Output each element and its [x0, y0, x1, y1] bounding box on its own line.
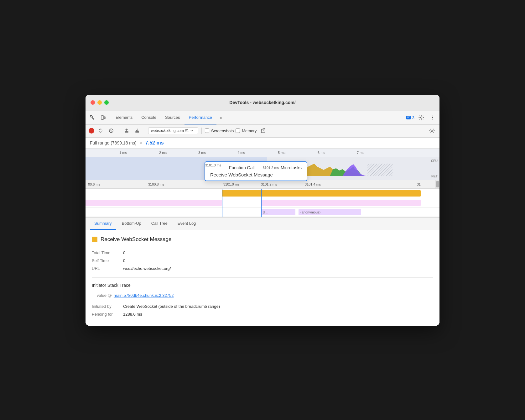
tooltip-microtasks: Microtasks [281, 165, 302, 170]
svg-point-14 [431, 130, 433, 132]
close-button[interactable] [91, 100, 95, 105]
toolbar-separator-3 [201, 128, 202, 134]
tab-console[interactable]: Console [137, 111, 161, 124]
blue-cursor-right [261, 189, 262, 217]
summary-content: Receive WebSocket Message Total Time 0 S… [86, 230, 439, 326]
summary-grid-2: Initiated by Create WebSocket (outside o… [92, 302, 433, 318]
more-tabs-button[interactable]: » [216, 113, 225, 122]
settings-icon[interactable] [417, 113, 426, 122]
total-time-label: Total Time [92, 249, 123, 257]
tooltip-line1: 3101.0 ms Function Call 3101.2 ms Microt… [210, 165, 302, 170]
flame-block-pink-right[interactable] [261, 200, 421, 206]
devtools-header: Elements Console Sources Performance » [86, 111, 439, 138]
screenshots-checkbox[interactable] [205, 129, 209, 133]
svg-point-9 [432, 116, 433, 116]
event-color-icon [92, 237, 97, 242]
tooltip-popup: 3101.0 ms Function Call 3101.2 ms Microt… [205, 161, 307, 181]
url-value: wss://echo.websocket.org/ [123, 265, 433, 272]
tab-call-tree[interactable]: Call Tree [147, 217, 172, 230]
ms-label-2: 3100.8 ms [148, 182, 164, 186]
flame-row-1 [86, 189, 439, 198]
section-title: Initiator Stack Trace [92, 283, 433, 288]
ruler-tick-1ms: 1 ms [119, 151, 127, 155]
record-button[interactable] [89, 128, 94, 134]
clear-button[interactable] [107, 126, 116, 135]
brush-icon[interactable] [258, 126, 267, 135]
pending-value: 1288.0 ms [123, 310, 433, 318]
toolbar-separator-1 [119, 128, 119, 134]
tab-elements[interactable]: Elements [111, 111, 137, 124]
download-button[interactable] [133, 126, 142, 135]
pending-label: Pending for [92, 310, 123, 318]
ms-label-3: 3101.0 ms [223, 182, 239, 186]
selected-time: 7.52 ms [145, 140, 164, 146]
bottom-panel: Summary Bottom-Up Call Tree Event Log Re… [86, 217, 439, 326]
tab-event-log[interactable]: Event Log [173, 217, 200, 230]
svg-rect-1 [90, 115, 91, 117]
svg-line-13 [110, 130, 112, 132]
inspect-element-icon[interactable] [88, 113, 97, 122]
tab-sources[interactable]: Sources [161, 111, 185, 124]
total-time-value: 0 [123, 249, 433, 257]
issues-badge[interactable]: 3 [406, 115, 414, 120]
toolbar-row: websocketking.com #1 Screenshots Memory [86, 125, 439, 137]
svg-rect-16 [367, 164, 392, 176]
blue-cursor-left [222, 189, 222, 217]
ruler-tick-7ms: 7 ms [357, 151, 364, 155]
ms-label-4: 3101.2 ms [261, 182, 277, 186]
url-label: URL [92, 265, 123, 272]
svg-point-11 [432, 119, 433, 119]
summary-grid: Total Time 0 Self Time 0 URL wss://echo.… [92, 249, 433, 272]
performance-content: Full range (7899.18 ms) > 7.52 ms 1 ms 2… [86, 138, 439, 326]
tab-bottom-up[interactable]: Bottom-Up [117, 217, 146, 230]
self-time-label: Self Time [92, 257, 123, 265]
flame-block-pink-left[interactable] [86, 200, 222, 206]
scrollbar-thumb [436, 181, 439, 187]
svg-point-2 [91, 116, 93, 118]
ruler-tick-6ms: 6 ms [318, 151, 325, 155]
timeline-wrapper: 1 ms 2 ms 3 ms 4 ms 5 ms 6 ms 7 ms [86, 149, 439, 217]
header-icons [88, 113, 107, 122]
stack-link[interactable]: main.5780db4e.chunk.js:2:32752 [114, 291, 174, 299]
ruler-tick-4ms: 4 ms [237, 151, 245, 155]
traffic-lights [91, 100, 109, 105]
flame-block-anonymous[interactable]: (anonymous) [299, 209, 361, 215]
ms-label-5: 3101.4 ms [305, 182, 321, 186]
ms-label-6: 31 [417, 182, 421, 186]
flame-row-2 [86, 198, 439, 207]
net-label: NET [431, 175, 438, 178]
initiated-value: Create WebSocket (outside of the breadcr… [123, 302, 433, 310]
reload-record-button[interactable] [96, 126, 105, 135]
memory-checkbox[interactable] [236, 129, 240, 133]
toolbar-separator-2 [145, 128, 145, 134]
stack-item-1: value @ main.5780db4e.chunk.js:2:32752 [92, 291, 433, 299]
ms-label-1: 00.6 ms [88, 182, 100, 186]
initiated-label: Initiated by [92, 302, 123, 310]
maximize-button[interactable] [104, 100, 109, 105]
upload-button[interactable] [122, 126, 131, 135]
timeline-ruler: 1 ms 2 ms 3 ms 4 ms 5 ms 6 ms 7 ms [86, 149, 439, 157]
svg-rect-3 [101, 116, 104, 119]
minimize-button[interactable] [97, 100, 102, 105]
flame-row-3: d... (anonymous) [86, 207, 439, 217]
flame-block-yellow[interactable] [222, 190, 421, 197]
devtools-window: DevTools - websocketking.com/ [86, 95, 439, 326]
memory-checkbox-label[interactable]: Memory [236, 129, 257, 133]
tab-summary[interactable]: Summary [90, 217, 116, 230]
screenshots-checkbox-label[interactable]: Screenshots [205, 129, 234, 133]
tab-performance[interactable]: Performance [185, 111, 216, 124]
track-ms-row: 00.6 ms 3100.8 ms 3101.0 ms Function Cal… [86, 180, 439, 189]
url-selector[interactable]: websocketking.com #1 [148, 127, 198, 134]
scrollbar-handle[interactable] [435, 180, 439, 188]
svg-rect-7 [407, 118, 409, 118]
svg-point-10 [432, 117, 433, 118]
menu-icon[interactable] [428, 113, 437, 122]
flame-block-d[interactable]: d... [261, 209, 295, 215]
tooltip-ms-middle: 3101.2 ms [263, 166, 279, 170]
device-mode-icon[interactable] [99, 113, 107, 122]
window-title: DevTools - websocketking.com/ [229, 100, 295, 105]
range-bar: Full range (7899.18 ms) > 7.52 ms [86, 138, 439, 149]
capture-settings-icon[interactable] [428, 126, 436, 135]
flame-chart-area: d... (anonymous) [86, 189, 439, 217]
ruler-tick-5ms: 5 ms [278, 151, 285, 155]
